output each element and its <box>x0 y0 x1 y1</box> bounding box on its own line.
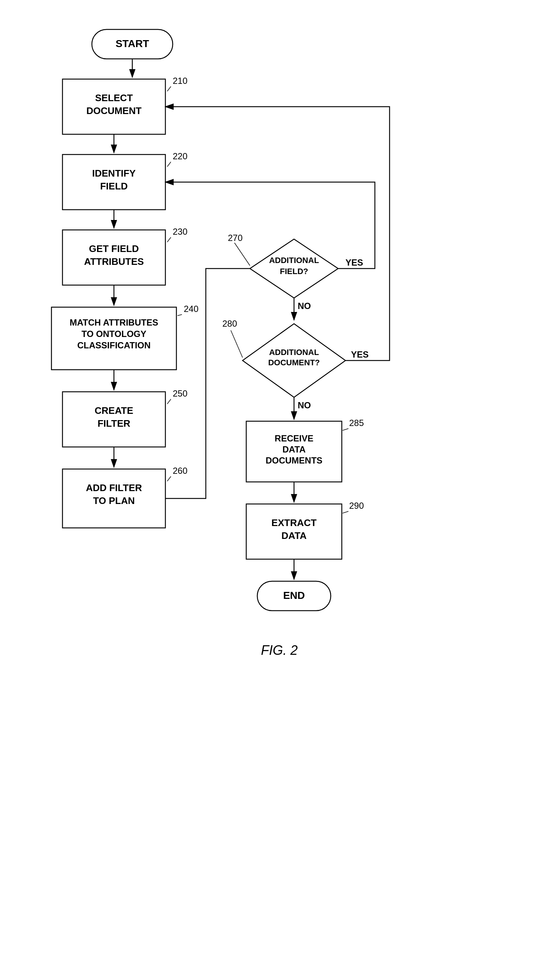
svg-line-13 <box>235 243 250 265</box>
node-285-label2: DATA <box>282 444 305 454</box>
svg-line-12 <box>167 476 171 481</box>
no-280-label: NO <box>298 400 311 410</box>
ref-210: 210 <box>173 76 187 86</box>
ref-220: 220 <box>173 151 187 161</box>
node-210-label: SELECT <box>95 92 133 103</box>
node-285-label: RECEIVE <box>275 433 313 443</box>
node-260-label: ADD FILTER <box>86 482 142 493</box>
svg-line-10 <box>167 399 171 404</box>
node-230-label2: ATTRIBUTES <box>84 256 144 267</box>
fig-caption: FIG. 2 <box>261 643 298 658</box>
ref-285: 285 <box>349 418 364 428</box>
diagram-container: START SELECT DOCUMENT 210 IDENTIFY FIELD… <box>0 0 559 980</box>
node-290-label: EXTRACT <box>271 517 317 528</box>
ref-240: 240 <box>184 304 198 314</box>
node-270-label: ADDITIONAL <box>269 256 319 265</box>
svg-line-19 <box>342 511 348 513</box>
yes-270-label: YES <box>346 257 363 267</box>
node-240-label3: CLASSIFICATION <box>77 340 150 350</box>
svg-line-17 <box>342 429 348 430</box>
svg-line-6 <box>167 237 171 242</box>
yes-280-label: YES <box>351 350 369 360</box>
ref-290: 290 <box>349 501 364 511</box>
node-250-label: CREATE <box>95 405 133 416</box>
node-260-label2: TO PLAN <box>93 495 135 506</box>
start-label: START <box>116 38 149 49</box>
node-240-label2: TO ONTOLOGY <box>82 329 146 339</box>
svg-line-8 <box>177 315 182 316</box>
node-210-label2: DOCUMENT <box>86 105 142 116</box>
node-240-label: MATCH ATTRIBUTES <box>70 317 159 327</box>
ref-260: 260 <box>173 466 187 476</box>
node-280-label: ADDITIONAL <box>269 348 319 357</box>
end-label: END <box>283 590 305 601</box>
node-220-label: IDENTIFY <box>92 168 136 179</box>
svg-line-4 <box>167 162 171 167</box>
node-290-label2: DATA <box>281 530 307 541</box>
node-250-label2: FILTER <box>98 418 130 429</box>
node-280-label2: DOCUMENT? <box>268 358 320 367</box>
svg-line-2 <box>167 86 171 91</box>
ref-250: 250 <box>173 388 187 398</box>
node-230-label: GET FIELD <box>89 243 139 254</box>
node-220-label2: FIELD <box>100 181 127 192</box>
ref-230: 230 <box>173 227 187 237</box>
ref-280: 280 <box>222 318 237 328</box>
ref-270: 270 <box>228 233 243 243</box>
node-270-label2: FIELD? <box>280 267 308 276</box>
node-285-label3: DOCUMENTS <box>266 455 322 465</box>
svg-line-15 <box>231 330 243 358</box>
no-270-label: NO <box>298 301 311 311</box>
